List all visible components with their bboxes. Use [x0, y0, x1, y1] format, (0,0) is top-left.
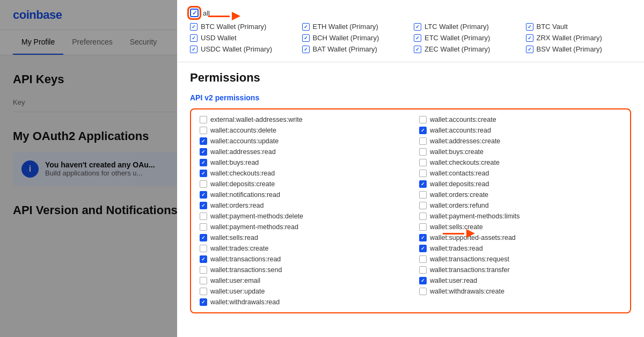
perm-checkbox[interactable] — [200, 159, 207, 166]
perm-item[interactable]: wallet:buys:read — [200, 159, 402, 166]
wallet-label: ZRX Wallet (Primary) — [537, 34, 602, 42]
perm-item[interactable]: wallet:orders:read — [200, 202, 402, 209]
perm-item[interactable]: wallet:accounts:delete — [200, 127, 402, 134]
wallet-label: BTC Vault — [537, 23, 568, 31]
perm-checkbox[interactable] — [200, 180, 207, 188]
perm-item[interactable]: wallet:payment-methods:limits — [419, 213, 621, 220]
perm-checkbox[interactable] — [419, 127, 427, 134]
permissions-grid: external:wallet-addresses:writewallet:ac… — [190, 108, 631, 241]
perm-item[interactable]: wallet:buys:create — [419, 148, 621, 156]
wallet-label: LTC Wallet (Primary) — [425, 23, 489, 31]
perm-item[interactable]: wallet:accounts:read — [419, 127, 621, 134]
perm-checkbox[interactable] — [419, 159, 427, 166]
wallet-item[interactable]: ZEC Wallet (Primary) — [414, 45, 519, 53]
wallet-item[interactable]: ETH Wallet (Primary) — [302, 23, 408, 31]
perm-checkbox[interactable] — [419, 234, 427, 241]
wallet-item[interactable]: BSV Wallet (Primary) — [526, 45, 632, 53]
perm-checkbox[interactable] — [419, 170, 427, 177]
perm-item[interactable]: wallet:notifications:read — [200, 191, 402, 199]
wallet-checkbox[interactable] — [526, 46, 533, 53]
wallet-item[interactable]: BTC Wallet (Primary) — [190, 23, 296, 31]
arrow-annotation-right — [443, 229, 475, 238]
perm-item[interactable]: wallet:checkouts:read — [200, 170, 402, 177]
wallet-item[interactable]: USD Wallet — [190, 34, 296, 42]
perm-label: wallet:sells:read — [210, 234, 258, 241]
perm-label: wallet:orders:refund — [430, 202, 489, 209]
perm-item[interactable]: wallet:payment-methods:delete — [200, 213, 402, 220]
wallet-checkbox[interactable] — [302, 46, 310, 53]
wallet-label: BCH Wallet (Primary) — [313, 34, 379, 42]
wallet-selector-section: all BTC Wallet (Primary)ETH Wallet (Prim… — [177, 0, 644, 62]
wallet-item[interactable]: USDC Wallet (Primary) — [190, 45, 296, 53]
perm-label: wallet:addresses:read — [210, 148, 276, 156]
wallet-item[interactable]: BAT Wallet (Primary) — [302, 45, 408, 53]
perm-checkbox[interactable] — [200, 148, 207, 156]
perm-checkbox[interactable] — [200, 213, 207, 220]
wallet-item[interactable]: BCH Wallet (Primary) — [302, 34, 408, 42]
perm-checkbox[interactable] — [419, 223, 427, 231]
perm-checkbox[interactable] — [419, 148, 427, 156]
wallet-checkbox[interactable] — [190, 23, 197, 31]
perm-checkbox[interactable] — [419, 191, 427, 199]
wallet-all-row: all — [190, 9, 631, 17]
all-wallets-checkbox[interactable] — [190, 9, 199, 17]
api-v2-label: API v2 permissions — [190, 93, 631, 102]
wallet-checkbox[interactable] — [302, 34, 310, 42]
perm-item[interactable]: wallet:accounts:update — [200, 137, 402, 145]
perm-label: wallet:orders:read — [210, 202, 264, 209]
perm-checkbox[interactable] — [200, 116, 207, 123]
perm-item[interactable]: wallet:addresses:read — [200, 148, 402, 156]
perm-checkbox[interactable] — [200, 137, 207, 145]
perm-label: wallet:checkouts:create — [430, 159, 500, 166]
perm-label: wallet:notifications:read — [210, 191, 280, 199]
perm-item[interactable]: wallet:contacts:read — [419, 170, 621, 177]
perm-checkbox[interactable] — [419, 137, 427, 145]
wallet-checkbox[interactable] — [302, 23, 310, 31]
wallet-label: ZEC Wallet (Primary) — [425, 45, 490, 53]
perm-label: wallet:contacts:read — [430, 170, 489, 177]
perm-checkbox[interactable] — [200, 223, 207, 231]
perm-label: wallet:accounts:create — [430, 116, 496, 123]
perm-checkbox[interactable] — [419, 202, 427, 209]
perm-checkbox[interactable] — [419, 180, 427, 188]
wallet-checkbox[interactable] — [414, 23, 421, 31]
wallet-item[interactable]: LTC Wallet (Primary) — [414, 23, 519, 31]
perm-checkbox[interactable] — [200, 234, 207, 241]
wallet-checkbox[interactable] — [414, 46, 421, 53]
perm-checkbox[interactable] — [200, 170, 207, 177]
permissions-title: Permissions — [190, 71, 631, 85]
arrow-annotation-top — [208, 12, 240, 20]
wallet-checkbox[interactable] — [526, 34, 533, 42]
wallet-checkbox[interactable] — [526, 23, 533, 31]
wallet-label: ETH Wallet (Primary) — [313, 23, 378, 31]
perm-item[interactable]: wallet:checkouts:create — [419, 159, 621, 166]
wallet-checkbox[interactable] — [190, 34, 197, 42]
perm-checkbox[interactable] — [419, 213, 427, 220]
perm-item[interactable]: wallet:orders:refund — [419, 202, 621, 209]
perm-label: external:wallet-addresses:write — [210, 116, 303, 123]
wallet-label: ETC Wallet (Primary) — [425, 34, 490, 42]
perm-item[interactable]: wallet:orders:create — [419, 191, 621, 199]
wallet-checkbox[interactable] — [190, 46, 197, 53]
perm-label: wallet:payment-methods:limits — [430, 213, 519, 220]
perm-item[interactable]: wallet:sells:read — [200, 234, 402, 241]
perm-checkbox[interactable] — [200, 202, 207, 209]
perm-checkbox[interactable] — [200, 127, 207, 134]
wallet-item[interactable]: ETC Wallet (Primary) — [414, 34, 519, 42]
wallet-item[interactable]: ZRX Wallet (Primary) — [526, 34, 632, 42]
wallet-label: BSV Wallet (Primary) — [537, 45, 602, 53]
wallet-label: USDC Wallet (Primary) — [201, 45, 272, 53]
perm-item[interactable]: wallet:accounts:create — [419, 116, 621, 123]
perm-item[interactable]: external:wallet-addresses:write — [200, 116, 402, 123]
wallet-label: USD Wallet — [201, 34, 237, 42]
perm-checkbox[interactable] — [419, 116, 427, 123]
perm-item[interactable]: wallet:deposits:read — [419, 180, 621, 188]
perm-checkbox[interactable] — [200, 191, 207, 199]
wallet-checkbox[interactable] — [414, 34, 421, 42]
perm-label: wallet:buys:read — [210, 159, 259, 166]
perm-item[interactable]: wallet:payment-methods:read — [200, 223, 402, 231]
wallet-item[interactable]: BTC Vault — [526, 23, 632, 31]
perm-label: wallet:addresses:create — [430, 137, 500, 145]
perm-item[interactable]: wallet:deposits:create — [200, 180, 402, 188]
perm-item[interactable]: wallet:addresses:create — [419, 137, 621, 145]
